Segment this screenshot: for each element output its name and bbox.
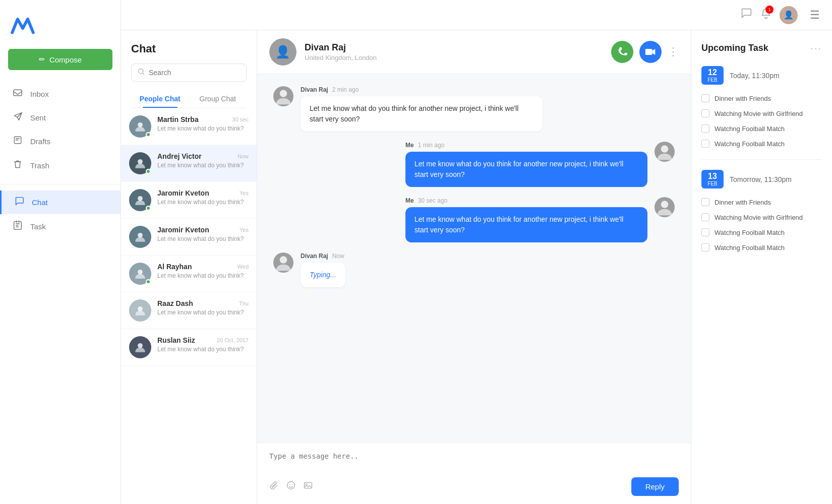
chat-item-name: Jaromir Kveton xyxy=(157,226,209,234)
sidebar-item-task[interactable]: Task xyxy=(0,214,121,239)
chat-item-top: Martin Strba 30 sec xyxy=(157,115,249,123)
chat-item-preview: Let me know what do you think? xyxy=(157,309,249,316)
inbox-icon xyxy=(12,88,23,100)
chat-list-item[interactable]: Andrej Victor Now Let me know what do yo… xyxy=(121,145,257,182)
avatar-wrap xyxy=(129,189,151,211)
chat-item-time: Wed xyxy=(237,264,249,270)
svg-point-12 xyxy=(280,90,287,97)
chat-list-header: Chat People Chat Group Chat xyxy=(121,30,257,108)
chat-list-item[interactable]: Raaz Dash Thu Let me know what do you th… xyxy=(121,292,257,329)
task-text: Watchng Foolball Match xyxy=(715,244,785,251)
message-input[interactable] xyxy=(269,451,679,471)
tab-group-chat[interactable]: Group Chat xyxy=(189,90,247,108)
chat-item-top: Andrej Victor Now xyxy=(157,152,249,160)
avatar-wrap xyxy=(129,115,151,138)
task-item: Watching Movie with Girlfriend xyxy=(701,210,822,225)
emoji-icon[interactable] xyxy=(286,481,295,492)
message-content: Divan Raj 2 min ago Let me know what do … xyxy=(301,86,543,132)
message-row: Divan Raj 2 min ago Let me know what do … xyxy=(273,86,675,132)
task-checkbox[interactable] xyxy=(701,109,709,117)
task-item: Watchng Foolball Match xyxy=(701,240,822,255)
chat-item-body: Martin Strba 30 sec Let me know what do … xyxy=(157,115,249,132)
task-item: Watchng Foolball Match xyxy=(701,136,822,151)
date-day: 13 xyxy=(705,172,720,181)
task-more-button[interactable]: ··· xyxy=(810,42,822,54)
topbar-notification-icon[interactable]: 1 xyxy=(760,8,771,23)
svg-point-14 xyxy=(661,201,669,208)
search-input[interactable] xyxy=(149,69,240,77)
chat-list-item[interactable]: Jaromir Kveton Yes Let me know what do y… xyxy=(121,219,257,256)
compose-icon: ✏ xyxy=(39,55,45,64)
task-date-label: Tomorrow, 11:30pm xyxy=(730,175,792,183)
topbar-user-avatar[interactable]: 👤 xyxy=(780,6,798,24)
topbar-chat-icon[interactable] xyxy=(740,8,752,22)
svg-point-10 xyxy=(138,343,143,348)
chat-item-time: Thu xyxy=(239,300,249,306)
svg-point-17 xyxy=(289,484,290,485)
video-call-button[interactable] xyxy=(639,41,662,63)
chat-item-body: Andrej Victor Now Let me know what do yo… xyxy=(157,152,249,169)
chat-list-item[interactable]: Jaromir Kveton Yes Let me know what do y… xyxy=(121,182,257,219)
more-options-button[interactable]: ⋮ xyxy=(668,45,679,58)
task-checkbox[interactable] xyxy=(701,243,709,251)
nav-divider xyxy=(0,184,121,184)
chat-item-top: Raaz Dash Thu xyxy=(157,299,249,307)
date-day: 12 xyxy=(705,68,720,77)
task-divider xyxy=(701,159,822,160)
status-online-dot xyxy=(146,169,151,174)
svg-rect-11 xyxy=(645,49,652,55)
chat-list-title: Chat xyxy=(131,42,247,55)
chat-list-item[interactable]: Al Rayhan Wed Let me know what do you th… xyxy=(121,256,257,292)
svg-point-13 xyxy=(661,145,669,153)
chat-item-name: Andrej Victor xyxy=(157,152,202,160)
task-text: Watching Movie with Girlfriend xyxy=(715,214,803,221)
message-avatar xyxy=(655,142,675,162)
task-checkbox[interactable] xyxy=(701,198,709,206)
task-checkbox[interactable] xyxy=(701,228,709,236)
tab-people-chat[interactable]: People Chat xyxy=(131,90,189,108)
hamburger-menu[interactable]: ☰ xyxy=(810,9,820,22)
svg-point-5 xyxy=(138,159,143,164)
logo-area xyxy=(0,10,121,49)
status-online-dot xyxy=(146,132,151,137)
right-panel-header: Upcoming Task ··· xyxy=(701,42,822,54)
task-checkbox[interactable] xyxy=(701,94,709,102)
task-checkbox[interactable] xyxy=(701,213,709,221)
chat-list-item[interactable]: Ruslan Siiz 20 Oct, 2017 Let me know wha… xyxy=(121,329,257,366)
sidebar-item-chat[interactable]: Chat xyxy=(0,191,121,214)
chat-item-top: Jaromir Kveton Yes xyxy=(157,226,249,234)
phone-call-button[interactable] xyxy=(611,41,633,63)
sidebar-item-drafts[interactable]: Drafts xyxy=(0,130,121,153)
chat-item-body: Al Rayhan Wed Let me know what do you th… xyxy=(157,263,249,279)
sidebar-item-sent[interactable]: Sent xyxy=(0,106,121,130)
reply-button[interactable]: Reply xyxy=(631,477,679,496)
chat-items-list: Martin Strba 30 sec Let me know what do … xyxy=(121,108,257,504)
avatar xyxy=(129,336,151,358)
task-checkbox[interactable] xyxy=(701,140,709,148)
chat-item-time: Yes xyxy=(240,227,249,233)
image-icon[interactable] xyxy=(304,481,313,492)
chat-header-actions: ⋮ xyxy=(611,41,679,63)
chat-list-item[interactable]: Martin Strba 30 sec Let me know what do … xyxy=(121,108,257,145)
message-time: 2 min ago xyxy=(332,86,359,93)
message-bubble: Let me know what do you think for anothe… xyxy=(405,152,647,187)
sidebar-item-inbox[interactable]: Inbox xyxy=(0,82,121,106)
task-icon xyxy=(12,220,23,233)
svg-point-18 xyxy=(292,484,293,485)
chat-contact-name: Divan Raj xyxy=(305,42,611,53)
chat-header-avatar: 👤 xyxy=(269,38,296,66)
message-time: Now xyxy=(332,253,344,260)
chat-item-preview: Let me know what do you think? xyxy=(157,125,249,132)
chat-item-name: Al Rayhan xyxy=(157,263,192,271)
compose-button[interactable]: ✏ Compose xyxy=(8,49,112,70)
message-avatar xyxy=(655,197,675,217)
right-panel: Upcoming Task ··· 12 FEB Today, 11:30pm … xyxy=(691,30,832,504)
trash-icon xyxy=(12,159,23,172)
task-checkbox[interactable] xyxy=(701,124,709,133)
task-date-badge: 13 FEB Tomorrow, 11:30pm xyxy=(701,170,822,188)
attachment-icon[interactable] xyxy=(269,481,278,492)
svg-rect-19 xyxy=(305,482,312,488)
chat-header-info: Divan Raj United Kingdom, London xyxy=(305,42,611,61)
sidebar-item-trash[interactable]: Trash xyxy=(0,153,121,178)
task-text: Watchng Foolball Match xyxy=(715,125,785,133)
